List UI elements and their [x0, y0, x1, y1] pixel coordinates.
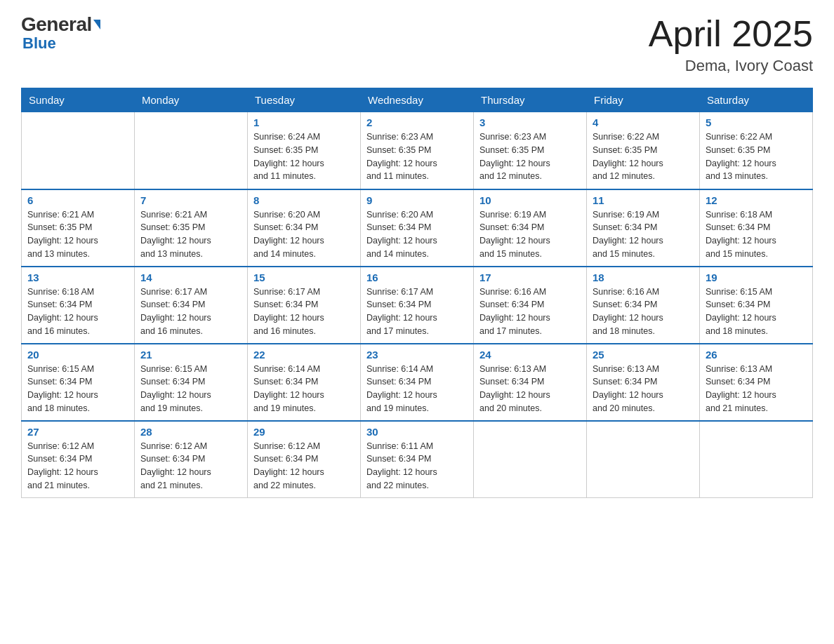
- day-info: Sunrise: 6:21 AMSunset: 6:35 PMDaylight:…: [27, 208, 128, 261]
- day-number: 28: [140, 426, 241, 438]
- calendar-cell: 16Sunrise: 6:17 AMSunset: 6:34 PMDayligh…: [361, 267, 474, 344]
- day-info: Sunrise: 6:17 AMSunset: 6:34 PMDaylight:…: [253, 286, 355, 338]
- day-number: 15: [253, 271, 355, 283]
- day-number: 14: [140, 271, 241, 283]
- day-info: Sunrise: 6:19 AMSunset: 6:34 PMDaylight:…: [593, 208, 694, 261]
- logo-triangle-icon: [93, 20, 100, 29]
- calendar-cell: 6Sunrise: 6:21 AMSunset: 6:35 PMDaylight…: [22, 189, 135, 267]
- header-tuesday: Tuesday: [248, 88, 361, 112]
- calendar-week-row: 13Sunrise: 6:18 AMSunset: 6:34 PMDayligh…: [22, 267, 813, 344]
- day-number: 11: [593, 194, 694, 206]
- header-saturday: Saturday: [700, 88, 813, 112]
- header-sunday: Sunday: [22, 88, 135, 112]
- day-number: 20: [27, 349, 128, 361]
- day-info: Sunrise: 6:20 AMSunset: 6:34 PMDaylight:…: [366, 208, 468, 261]
- day-info: Sunrise: 6:23 AMSunset: 6:35 PMDaylight:…: [479, 130, 581, 183]
- day-info: Sunrise: 6:12 AMSunset: 6:34 PMDaylight:…: [140, 440, 241, 492]
- day-number: 17: [479, 271, 581, 283]
- day-number: 29: [253, 426, 355, 438]
- day-number: 27: [27, 426, 128, 438]
- calendar-subtitle: Dema, Ivory Coast: [649, 57, 813, 75]
- day-info: Sunrise: 6:18 AMSunset: 6:34 PMDaylight:…: [27, 286, 128, 338]
- day-info: Sunrise: 6:17 AMSunset: 6:34 PMDaylight:…: [140, 286, 241, 338]
- calendar-cell: 18Sunrise: 6:16 AMSunset: 6:34 PMDayligh…: [587, 267, 700, 344]
- day-number: 21: [140, 349, 241, 361]
- day-info: Sunrise: 6:24 AMSunset: 6:35 PMDaylight:…: [253, 130, 355, 183]
- calendar-title: April 2025: [649, 14, 813, 54]
- day-number: 1: [253, 116, 355, 128]
- calendar-cell: 10Sunrise: 6:19 AMSunset: 6:34 PMDayligh…: [474, 189, 587, 267]
- day-number: 9: [366, 194, 468, 206]
- calendar-cell: 12Sunrise: 6:18 AMSunset: 6:34 PMDayligh…: [700, 189, 813, 267]
- day-number: 23: [366, 349, 468, 361]
- calendar-cell: 13Sunrise: 6:18 AMSunset: 6:34 PMDayligh…: [22, 267, 135, 344]
- day-number: 6: [27, 194, 128, 206]
- calendar-cell: 22Sunrise: 6:14 AMSunset: 6:34 PMDayligh…: [248, 344, 361, 421]
- day-number: 8: [253, 194, 355, 206]
- calendar-cell: 9Sunrise: 6:20 AMSunset: 6:34 PMDaylight…: [361, 189, 474, 267]
- calendar-cell: 29Sunrise: 6:12 AMSunset: 6:34 PMDayligh…: [248, 421, 361, 498]
- day-number: 5: [706, 116, 807, 128]
- calendar-cell: 30Sunrise: 6:11 AMSunset: 6:34 PMDayligh…: [361, 421, 474, 498]
- calendar-cell: [474, 421, 587, 498]
- day-number: 10: [479, 194, 581, 206]
- calendar-cell: 26Sunrise: 6:13 AMSunset: 6:34 PMDayligh…: [700, 344, 813, 421]
- calendar-cell: [135, 112, 248, 189]
- calendar-cell: 17Sunrise: 6:16 AMSunset: 6:34 PMDayligh…: [474, 267, 587, 344]
- calendar-cell: 15Sunrise: 6:17 AMSunset: 6:34 PMDayligh…: [248, 267, 361, 344]
- calendar-cell: 24Sunrise: 6:13 AMSunset: 6:34 PMDayligh…: [474, 344, 587, 421]
- calendar-week-row: 1Sunrise: 6:24 AMSunset: 6:35 PMDaylight…: [22, 112, 813, 189]
- calendar-cell: [700, 421, 813, 498]
- calendar-header-row: SundayMondayTuesdayWednesdayThursdayFrid…: [22, 88, 813, 112]
- calendar-cell: 28Sunrise: 6:12 AMSunset: 6:34 PMDayligh…: [135, 421, 248, 498]
- day-info: Sunrise: 6:15 AMSunset: 6:34 PMDaylight:…: [140, 363, 241, 415]
- day-info: Sunrise: 6:22 AMSunset: 6:35 PMDaylight:…: [706, 130, 807, 183]
- header-wednesday: Wednesday: [361, 88, 474, 112]
- calendar-cell: 11Sunrise: 6:19 AMSunset: 6:34 PMDayligh…: [587, 189, 700, 267]
- calendar-cell: 27Sunrise: 6:12 AMSunset: 6:34 PMDayligh…: [22, 421, 135, 498]
- calendar-cell: [22, 112, 135, 189]
- calendar-cell: 21Sunrise: 6:15 AMSunset: 6:34 PMDayligh…: [135, 344, 248, 421]
- day-info: Sunrise: 6:12 AMSunset: 6:34 PMDaylight:…: [27, 440, 128, 492]
- day-info: Sunrise: 6:14 AMSunset: 6:34 PMDaylight:…: [366, 363, 468, 415]
- header-monday: Monday: [135, 88, 248, 112]
- calendar-table: SundayMondayTuesdayWednesdayThursdayFrid…: [21, 88, 813, 498]
- calendar-cell: 4Sunrise: 6:22 AMSunset: 6:35 PMDaylight…: [587, 112, 700, 189]
- day-number: 13: [27, 271, 128, 283]
- calendar-cell: 2Sunrise: 6:23 AMSunset: 6:35 PMDaylight…: [361, 112, 474, 189]
- day-number: 12: [706, 194, 807, 206]
- logo-blue: Blue: [22, 34, 56, 53]
- day-info: Sunrise: 6:21 AMSunset: 6:35 PMDaylight:…: [140, 208, 241, 261]
- calendar-cell: 1Sunrise: 6:24 AMSunset: 6:35 PMDaylight…: [248, 112, 361, 189]
- day-info: Sunrise: 6:20 AMSunset: 6:34 PMDaylight:…: [253, 208, 355, 261]
- day-info: Sunrise: 6:18 AMSunset: 6:34 PMDaylight:…: [706, 208, 807, 261]
- calendar-cell: [587, 421, 700, 498]
- logo-general: General: [21, 14, 100, 36]
- header-thursday: Thursday: [474, 88, 587, 112]
- day-info: Sunrise: 6:16 AMSunset: 6:34 PMDaylight:…: [593, 286, 694, 338]
- day-number: 19: [706, 271, 807, 283]
- day-info: Sunrise: 6:23 AMSunset: 6:35 PMDaylight:…: [366, 130, 468, 183]
- day-info: Sunrise: 6:16 AMSunset: 6:34 PMDaylight:…: [479, 286, 581, 338]
- calendar-cell: 7Sunrise: 6:21 AMSunset: 6:35 PMDaylight…: [135, 189, 248, 267]
- calendar-cell: 8Sunrise: 6:20 AMSunset: 6:34 PMDaylight…: [248, 189, 361, 267]
- day-info: Sunrise: 6:12 AMSunset: 6:34 PMDaylight:…: [253, 440, 355, 492]
- day-number: 22: [253, 349, 355, 361]
- calendar-cell: 3Sunrise: 6:23 AMSunset: 6:35 PMDaylight…: [474, 112, 587, 189]
- day-info: Sunrise: 6:13 AMSunset: 6:34 PMDaylight:…: [479, 363, 581, 415]
- calendar-cell: 25Sunrise: 6:13 AMSunset: 6:34 PMDayligh…: [587, 344, 700, 421]
- day-number: 16: [366, 271, 468, 283]
- calendar-week-row: 20Sunrise: 6:15 AMSunset: 6:34 PMDayligh…: [22, 344, 813, 421]
- header-friday: Friday: [587, 88, 700, 112]
- day-info: Sunrise: 6:15 AMSunset: 6:34 PMDaylight:…: [706, 286, 807, 338]
- day-info: Sunrise: 6:14 AMSunset: 6:34 PMDaylight:…: [253, 363, 355, 415]
- day-number: 4: [593, 116, 694, 128]
- day-info: Sunrise: 6:15 AMSunset: 6:34 PMDaylight:…: [27, 363, 128, 415]
- day-number: 25: [593, 349, 694, 361]
- day-info: Sunrise: 6:13 AMSunset: 6:34 PMDaylight:…: [706, 363, 807, 415]
- day-info: Sunrise: 6:17 AMSunset: 6:34 PMDaylight:…: [366, 286, 468, 338]
- day-info: Sunrise: 6:13 AMSunset: 6:34 PMDaylight:…: [593, 363, 694, 415]
- calendar-cell: 5Sunrise: 6:22 AMSunset: 6:35 PMDaylight…: [700, 112, 813, 189]
- day-info: Sunrise: 6:11 AMSunset: 6:34 PMDaylight:…: [366, 440, 468, 492]
- day-number: 3: [479, 116, 581, 128]
